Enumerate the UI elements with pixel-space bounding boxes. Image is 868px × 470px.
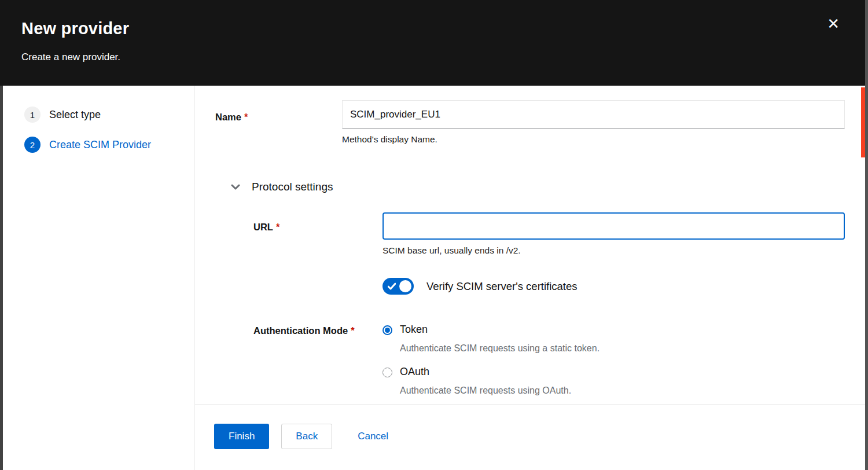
back-button[interactable]: Back — [281, 424, 332, 449]
auth-mode-option-label: Token — [400, 324, 428, 336]
url-help-text: SCIM base url, usually ends in /v2. — [382, 245, 845, 256]
protocol-settings-title: Protocol settings — [252, 181, 333, 193]
cancel-button[interactable]: Cancel — [358, 424, 388, 449]
verify-certificates-label: Verify SCIM server's certificates — [426, 280, 578, 293]
authentication-mode-label: Authentication Mode* — [253, 324, 382, 396]
radio-selected-icon[interactable] — [382, 325, 392, 335]
protocol-settings-content: URL* SCIM base url, usually ends in /v2. — [253, 212, 845, 396]
wizard-main-panel: Name* Method's display Name. Protocol se… — [195, 86, 865, 470]
wizard-step-create-scim-provider[interactable]: 2 Create SCIM Provider — [24, 137, 194, 153]
required-asterisk: * — [244, 112, 248, 122]
url-field-row: URL* SCIM base url, usually ends in /v2. — [253, 212, 845, 256]
required-asterisk: * — [351, 325, 354, 336]
scrollbar-track — [865, 0, 868, 470]
verify-certificates-row: Verify SCIM server's certificates — [253, 278, 845, 295]
required-asterisk: * — [276, 222, 279, 232]
protocol-settings-section-toggle[interactable]: Protocol settings — [231, 181, 845, 193]
step-number-badge: 2 — [24, 137, 41, 153]
new-provider-modal: New provider Create a new provider. ✕ 1 … — [0, 0, 868, 470]
name-field-label: Name* — [215, 100, 342, 145]
backdrop-edge-left — [0, 86, 3, 470]
auth-mode-option-help: Authenticate SCIM requests using a stati… — [400, 343, 845, 354]
step-number-badge: 1 — [24, 107, 41, 123]
check-icon — [388, 282, 396, 290]
url-input[interactable] — [382, 212, 845, 240]
modal-header: New provider Create a new provider. ✕ — [0, 0, 865, 86]
authentication-mode-row: Authentication Mode* Token Authenticate … — [253, 324, 845, 396]
name-input[interactable] — [342, 100, 845, 128]
name-help-text: Method's display Name. — [342, 134, 845, 145]
finish-button[interactable]: Finish — [214, 424, 269, 449]
wizard-step-label: Select type — [49, 109, 101, 121]
modal-body: 1 Select type 2 Create SCIM Provider Nam… — [3, 86, 865, 470]
wizard-step-label: Create SCIM Provider — [49, 139, 151, 151]
scrollbar-thumb[interactable] — [861, 87, 865, 157]
url-field-label: URL* — [253, 212, 382, 256]
close-icon[interactable]: ✕ — [827, 16, 840, 31]
toggle-knob — [399, 280, 411, 292]
wizard-steps-sidebar: 1 Select type 2 Create SCIM Provider — [3, 86, 195, 470]
provider-form: Name* Method's display Name. Protocol se… — [195, 86, 865, 404]
wizard-step-select-type[interactable]: 1 Select type — [24, 107, 194, 123]
verify-certificates-toggle[interactable] — [382, 278, 414, 295]
page-title: New provider — [21, 19, 865, 38]
radio-unselected-icon[interactable] — [382, 368, 392, 377]
chevron-down-icon — [231, 184, 240, 190]
name-field-row: Name* Method's display Name. — [215, 100, 845, 145]
auth-mode-option-label: OAuth — [400, 366, 429, 378]
wizard-footer: Finish Back Cancel — [195, 404, 865, 470]
page-subtitle: Create a new provider. — [21, 52, 865, 63]
auth-mode-option-help: Authenticate SCIM requests using OAuth. — [400, 385, 845, 396]
auth-mode-option-oauth[interactable]: OAuth — [382, 366, 845, 378]
auth-mode-option-token[interactable]: Token — [382, 324, 845, 336]
